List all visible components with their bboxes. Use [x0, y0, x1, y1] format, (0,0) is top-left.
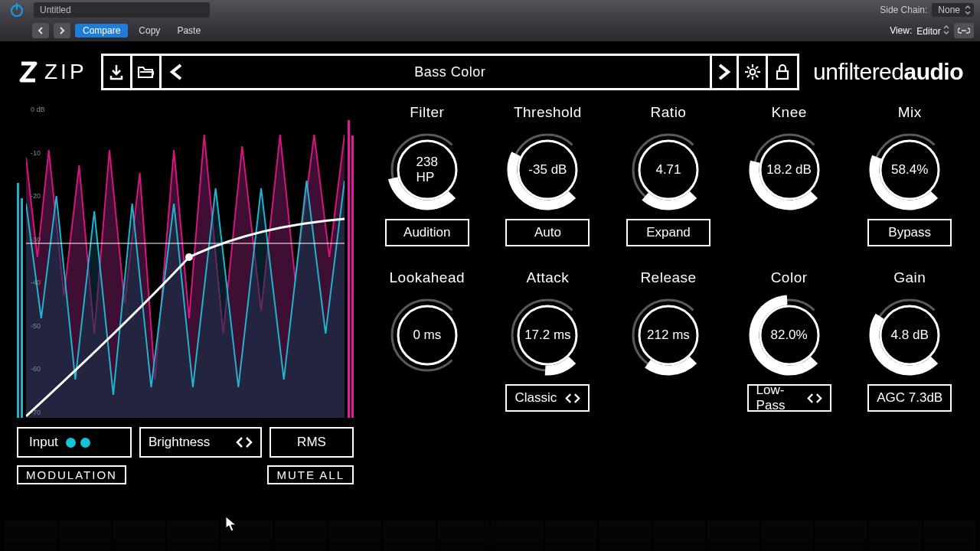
- svg-line-8: [756, 75, 758, 77]
- host-preset-dropdown[interactable]: Untitled: [34, 2, 210, 18]
- knob-release[interactable]: 212 ms: [627, 294, 710, 377]
- chevron-updown-icon: [965, 5, 971, 17]
- load-preset-button[interactable]: [132, 56, 162, 88]
- brand-logo: unfilteredaudio: [813, 54, 963, 90]
- knob-color[interactable]: 82.0%: [748, 294, 831, 377]
- knob-value-gain: 4.8 dB: [868, 294, 951, 377]
- input-dot-2: [80, 438, 90, 448]
- knob-label-color: Color: [771, 269, 808, 286]
- plugin-logo: ZIP: [17, 54, 87, 90]
- copy-button[interactable]: Copy: [132, 24, 166, 37]
- knob-knee[interactable]: 18.2 dB: [748, 129, 831, 211]
- plugin-logo-text: ZIP: [44, 60, 87, 84]
- sidechain-dropdown[interactable]: None: [932, 3, 974, 17]
- next-preset-button[interactable]: [54, 23, 70, 38]
- agc-7-3db-button[interactable]: AGC 7.3dB: [867, 384, 952, 412]
- knob-label-lookahead: Lookahead: [390, 269, 466, 286]
- brand-light: unfiltered: [813, 59, 903, 85]
- view-dropdown[interactable]: Editor: [916, 25, 949, 37]
- knob-attack[interactable]: 17.2 ms: [506, 294, 589, 377]
- power-button[interactable]: [6, 1, 28, 19]
- sidechain-value: None: [938, 5, 960, 15]
- color-selector[interactable]: Low-Pass: [747, 384, 831, 412]
- knob-label-threshold: Threshold: [514, 104, 582, 121]
- plugin-window: ZIP Bass Color unfilteredaudio: [0, 41, 980, 551]
- svg-line-7: [747, 67, 750, 69]
- analysis-mode-selector[interactable]: Brightness: [139, 427, 262, 458]
- knob-value-threshold: -35 dB: [506, 129, 589, 211]
- expand-button[interactable]: Expand: [626, 219, 710, 246]
- auto-button[interactable]: Auto: [505, 219, 590, 246]
- modulation-button[interactable]: MODULATION: [17, 465, 126, 484]
- preset-bar: Bass Color: [101, 54, 800, 90]
- knob-label-ratio: Ratio: [651, 104, 687, 121]
- lock-button[interactable]: [768, 56, 797, 88]
- knob-lookahead[interactable]: 0 ms: [386, 294, 469, 377]
- detector-selector[interactable]: RMS: [270, 427, 354, 458]
- scope-canvas[interactable]: 0 dB-10-20-30-40-50-60-70: [26, 104, 345, 418]
- preset-name-display[interactable]: Bass Color: [191, 56, 710, 88]
- compare-button[interactable]: Compare: [75, 24, 128, 37]
- knob-label-release: Release: [640, 269, 696, 286]
- knob-value-lookahead: 0 ms: [386, 294, 469, 377]
- knob-value-ratio: 4.71: [627, 129, 710, 211]
- prev-preset-icon[interactable]: [162, 56, 191, 88]
- input-dot-1: [66, 438, 76, 448]
- knob-ratio[interactable]: 4.71: [627, 129, 710, 211]
- next-preset-icon[interactable]: [710, 56, 739, 88]
- knob-value-mix: 58.4%: [868, 129, 951, 211]
- knob-label-attack: Attack: [526, 269, 569, 286]
- view-label: View:: [890, 25, 912, 36]
- knob-label-filter: Filter: [410, 104, 444, 121]
- chevron-updown-icon: [943, 26, 949, 37]
- paste-button[interactable]: Paste: [171, 24, 207, 37]
- knob-value-knee: 18.2 dB: [748, 129, 831, 211]
- prev-preset-button[interactable]: [32, 23, 49, 38]
- detector-label: RMS: [297, 435, 326, 450]
- bypass-button[interactable]: Bypass: [867, 219, 952, 246]
- attack-selector[interactable]: Classic: [505, 384, 590, 412]
- input-label: Input: [29, 435, 58, 450]
- daw-mixer-backdrop: [0, 520, 980, 551]
- knob-value-filter: 238HP: [386, 129, 469, 211]
- knob-mix[interactable]: 58.4%: [868, 129, 951, 211]
- input-selector[interactable]: Input: [17, 427, 132, 458]
- settings-button[interactable]: [739, 56, 768, 88]
- svg-line-10: [747, 75, 750, 77]
- svg-rect-11: [777, 71, 788, 79]
- knob-gain[interactable]: 4.8 dB: [868, 294, 951, 377]
- knob-label-knee: Knee: [771, 104, 806, 121]
- svg-point-2: [750, 70, 755, 75]
- mode-label: Brightness: [149, 435, 210, 450]
- svg-rect-1: [16, 3, 18, 10]
- save-preset-button[interactable]: [103, 56, 132, 88]
- chevron-right-icon: [245, 437, 253, 448]
- knob-threshold[interactable]: -35 dB: [506, 129, 589, 211]
- link-button[interactable]: [954, 23, 974, 38]
- view-value: Editor: [916, 26, 940, 37]
- sidechain-label: Side Chain:: [880, 5, 927, 15]
- knob-label-mix: Mix: [898, 104, 922, 121]
- knob-label-gain: Gain: [893, 269, 926, 286]
- brand-bold: audio: [904, 59, 964, 85]
- host-preset-name: Untitled: [40, 5, 71, 15]
- host-toolbar-2: Compare Copy Paste View: Editor: [0, 20, 980, 41]
- output-meter: [348, 104, 354, 418]
- knob-filter[interactable]: 238HP: [386, 129, 469, 211]
- mute-all-button[interactable]: MUTE ALL: [267, 465, 354, 484]
- knob-value-color: 82.0%: [748, 294, 831, 377]
- audition-button[interactable]: Audition: [385, 219, 469, 246]
- svg-line-9: [756, 67, 758, 69]
- svg-point-13: [185, 253, 193, 261]
- knob-value-release: 212 ms: [627, 294, 710, 377]
- input-meter: [17, 104, 23, 418]
- knob-value-attack: 17.2 ms: [506, 294, 589, 377]
- chevron-left-icon: [236, 437, 243, 448]
- host-toolbar-1: Untitled Side Chain: None: [0, 0, 980, 20]
- waveform-scope: 0 dB-10-20-30-40-50-60-70: [17, 104, 354, 418]
